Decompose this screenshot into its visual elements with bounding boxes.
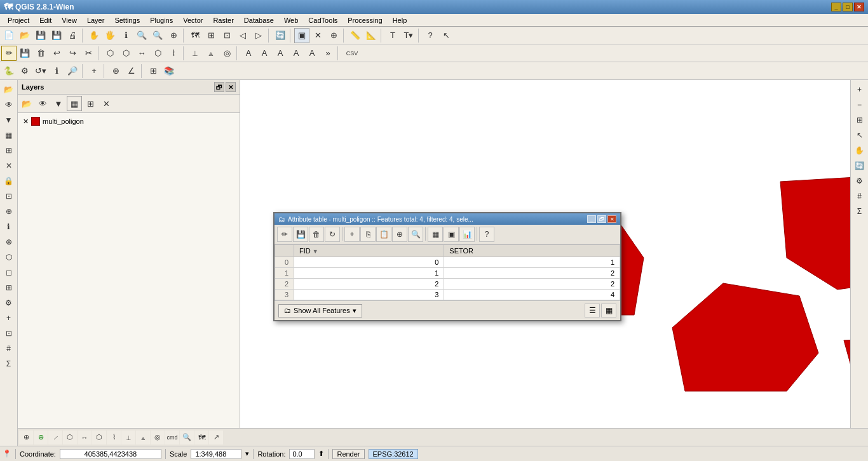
attr-footer-grid-button[interactable]: ▦ [601, 304, 616, 317]
measure-area-button[interactable]: 📐 [363, 28, 379, 43]
attr-zoom-button[interactable]: 🔍 [408, 227, 423, 242]
digitize-button[interactable]: ⬡ [118, 46, 133, 61]
right-zoom-out-button[interactable]: − [853, 98, 867, 112]
left-sigma-button[interactable]: Σ [2, 357, 16, 371]
zoom-in-button[interactable]: 🔍 [134, 28, 149, 43]
layers-open-button[interactable]: 📂 [19, 96, 34, 111]
attr-restore-button[interactable]: 🗗 [597, 215, 606, 223]
right-sigma-button[interactable]: Σ [853, 204, 867, 218]
measure-button[interactable]: 📏 [348, 28, 363, 43]
left-filter-button[interactable]: ▼ [2, 113, 16, 127]
zoom-extent-button[interactable]: 🗺 [187, 28, 203, 43]
render-button[interactable]: Render [332, 449, 364, 459]
bt-green-button[interactable]: ⊕ [34, 431, 48, 444]
attr-delete-button[interactable]: 🗑 [309, 227, 324, 242]
info2-button[interactable]: 🔎 [65, 63, 80, 79]
ring-button[interactable]: ◎ [219, 46, 234, 61]
bt-move-button[interactable]: ↔ [78, 431, 92, 444]
cut-button[interactable]: ✂ [81, 46, 96, 61]
cursor-button[interactable]: ↖ [438, 28, 454, 43]
zoom-selection-button[interactable]: ⊡ [219, 28, 234, 43]
menu-project[interactable]: Project [3, 15, 34, 25]
merge-button[interactable]: ⟁ [203, 46, 219, 61]
left-scale-button[interactable]: ⊡ [2, 189, 16, 203]
menu-web[interactable]: Web [279, 15, 303, 25]
table-row[interactable]: 1 1 2 [275, 268, 620, 279]
identify2-button[interactable]: ℹ [49, 63, 64, 79]
python-button[interactable]: 🐍 [1, 63, 17, 79]
zoom-last-button[interactable]: ◁ [235, 28, 250, 43]
compose-button[interactable]: ⊞ [146, 63, 161, 79]
new-project-button[interactable]: 📄 [1, 28, 17, 43]
bt-route-button[interactable]: 🗺 [194, 431, 208, 444]
select-all-button[interactable]: ⊕ [326, 28, 341, 43]
text-button[interactable]: T▾ [401, 28, 416, 43]
label-button[interactable]: T [385, 28, 400, 43]
left-point-button[interactable]: ⊕ [2, 235, 16, 249]
label-unpin-button[interactable]: A [288, 46, 304, 61]
open-project-button[interactable]: 📂 [17, 28, 32, 43]
epsg-button[interactable]: EPSG:32612 [369, 449, 418, 459]
identify-button[interactable]: ℹ [118, 28, 133, 43]
bt-split2-button[interactable]: ⟂ [121, 431, 135, 444]
left-hash-button[interactable]: # [2, 342, 16, 356]
menu-database[interactable]: Database [239, 15, 279, 25]
attr-refresh-button[interactable]: ↻ [325, 227, 340, 242]
polygon-2[interactable] [780, 175, 850, 290]
attr-minimize-button[interactable]: _ [587, 215, 596, 223]
bt-line-button[interactable]: ⟋ [48, 431, 62, 444]
attr-paste-button[interactable]: 📋 [376, 227, 391, 242]
menu-settings[interactable]: Settings [109, 15, 145, 25]
left-settings-button[interactable]: ⚙ [2, 296, 16, 310]
layers-eye-button[interactable]: 👁 [35, 96, 50, 111]
label-show-button[interactable]: A [304, 46, 320, 61]
bt-merge2-button[interactable]: ⟁ [136, 431, 150, 444]
scale-dropdown[interactable]: ▾ [245, 450, 249, 458]
setor-header[interactable]: SETOR [444, 245, 620, 257]
deselect-button[interactable]: ✕ [310, 28, 325, 43]
left-grid2-button[interactable]: ⊞ [2, 144, 16, 157]
menu-processing[interactable]: Processing [342, 15, 387, 25]
angle-button[interactable]: ∠ [124, 63, 139, 79]
menu-help[interactable]: Help [388, 15, 412, 25]
save-project-button[interactable]: 💾 [33, 28, 48, 43]
refresh-button[interactable]: 🔄 [273, 28, 288, 43]
move-feature-button[interactable]: ↔ [134, 46, 149, 61]
left-info-button[interactable]: ℹ [2, 220, 16, 234]
table-row[interactable]: 2 2 2 [275, 279, 620, 290]
attr-close-button[interactable]: ✕ [607, 215, 616, 223]
save-edits-button[interactable]: 💾 [17, 46, 32, 61]
menu-cadtools[interactable]: CadTools [303, 15, 342, 25]
layer-item[interactable]: ✕ multi_poligon [20, 116, 237, 127]
attr-footer-list-button[interactable]: ☰ [585, 304, 600, 317]
left-add-button[interactable]: + [2, 311, 16, 325]
menu-layer[interactable]: Layer [82, 15, 110, 25]
menu-view[interactable]: View [57, 15, 82, 25]
attr-help-button[interactable]: ? [479, 227, 494, 242]
layers-x-button[interactable]: ✕ [98, 96, 114, 111]
left-open-button[interactable]: 📂 [2, 83, 16, 97]
select-button[interactable]: ▣ [294, 28, 309, 43]
pan-button[interactable]: ✋ [86, 28, 102, 43]
pan-map-button[interactable]: 🖐 [102, 28, 118, 43]
attr-col2-button[interactable]: ▣ [444, 227, 459, 242]
delete-selected-button[interactable]: 🗑 [33, 46, 48, 61]
attr-chart-button[interactable]: 📊 [459, 227, 475, 242]
table-row[interactable]: 0 0 1 [275, 257, 620, 268]
menu-raster[interactable]: Raster [208, 15, 238, 25]
cross-button[interactable]: + [86, 63, 102, 79]
attr-add-button[interactable]: + [344, 227, 360, 242]
attr-col-button[interactable]: ▦ [428, 227, 443, 242]
scale-value[interactable]: 1:349,488 [191, 449, 241, 459]
split-button[interactable]: ⟂ [187, 46, 203, 61]
help-button[interactable]: ? [423, 28, 438, 43]
bt-nav-button[interactable]: ↗ [209, 431, 223, 444]
toggle-button[interactable]: ⚙ [17, 63, 32, 79]
attr-table-container[interactable]: FID ▼ SETOR 0 0 [275, 244, 620, 300]
bt-node2-button[interactable]: ⬡ [92, 431, 106, 444]
zoom-next-button[interactable]: ▷ [251, 28, 266, 43]
atlas-button[interactable]: 📚 [161, 63, 177, 79]
left-extent-button[interactable]: ⊕ [2, 204, 16, 218]
layers-filter-button[interactable]: ▼ [51, 96, 66, 111]
map-canvas[interactable]: 🗂 Attribute table - multi_poligon :: Fea… [240, 80, 850, 461]
